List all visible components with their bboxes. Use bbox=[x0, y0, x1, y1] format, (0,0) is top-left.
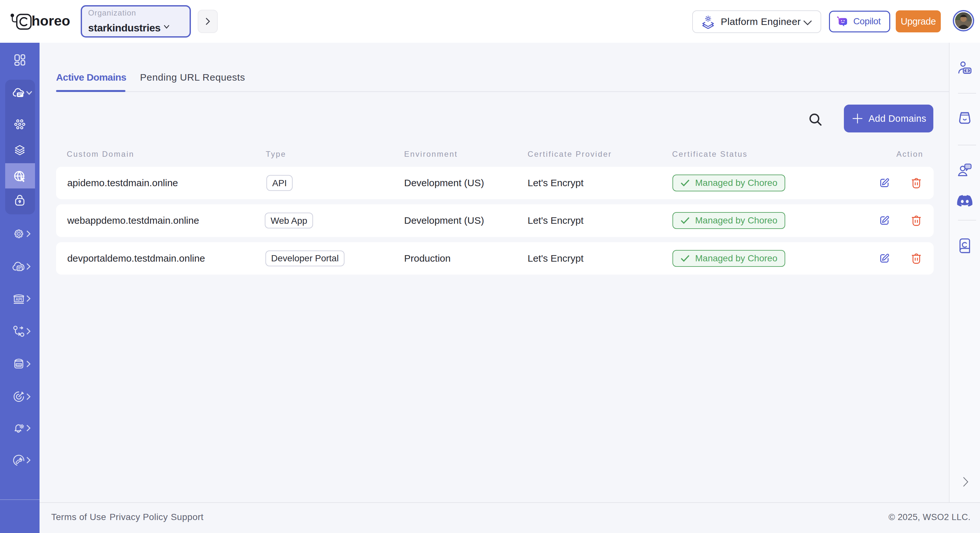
svg-text:K8S: K8S bbox=[16, 364, 21, 366]
svg-text:horeo: horeo bbox=[32, 13, 70, 29]
svg-text:API: API bbox=[16, 297, 22, 302]
